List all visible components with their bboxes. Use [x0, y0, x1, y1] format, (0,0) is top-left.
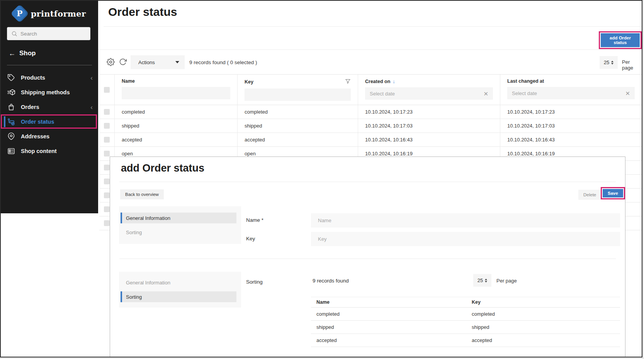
- sorting-table: Name Key completed completed shipped shi…: [311, 297, 620, 347]
- row-checkbox[interactable]: [104, 220, 110, 226]
- created-on-date-input[interactable]: [370, 91, 483, 97]
- refresh-icon[interactable]: [119, 58, 127, 66]
- sidebar-item-shipping-methods[interactable]: Shipping methods: [1, 85, 98, 100]
- cell-key: completed: [466, 311, 620, 317]
- back-to-overview-button[interactable]: Back to overview: [120, 189, 164, 199]
- name-filter-input[interactable]: [122, 87, 230, 99]
- per-page-select[interactable]: 25: [600, 56, 618, 69]
- key-field-input[interactable]: [311, 232, 620, 246]
- select-all-checkbox[interactable]: [104, 87, 110, 93]
- chevron-left-icon: ‹: [90, 75, 93, 81]
- sidebar-item-shop-content[interactable]: Shop content: [1, 144, 98, 158]
- sorting-table-row[interactable]: completed completed: [311, 308, 620, 321]
- clear-date-icon[interactable]: ✕: [483, 91, 488, 97]
- sort-descending-icon[interactable]: ↓: [393, 78, 395, 84]
- search-icon: [11, 31, 17, 37]
- created-on-date-filter: ✕: [365, 87, 493, 100]
- table-row[interactable]: completed completed 10.10.2024, 10:17:23…: [99, 105, 642, 119]
- sidebar-item-label: Order status: [21, 119, 54, 125]
- delete-button[interactable]: Delete: [578, 190, 601, 200]
- annotation-add-button-highlight: add Order status: [599, 31, 642, 49]
- cell-key: accepted: [466, 337, 620, 343]
- cell-name: completed: [115, 105, 238, 119]
- row-checkbox[interactable]: [104, 206, 110, 212]
- map-pin-icon: [7, 132, 15, 141]
- column-header-last-changed: Last changed at: [507, 78, 544, 84]
- printformer-logo-icon: P: [10, 4, 29, 23]
- last-changed-date-input[interactable]: [512, 90, 625, 96]
- row-checkbox[interactable]: [104, 137, 110, 143]
- actions-dropdown-label: Actions: [138, 60, 155, 65]
- column-header-key: Key: [466, 299, 620, 305]
- cell-last-changed: 10.10.2024, 10:16:43: [500, 133, 642, 146]
- app-window: P printformer ← Shop Products ‹ Shipping…: [0, 0, 642, 357]
- column-header-name: Name: [122, 78, 135, 84]
- nav-item-sorting[interactable]: Sorting: [121, 291, 236, 302]
- sidebar-section-label: Shop: [19, 49, 36, 57]
- sidebar-item-products[interactable]: Products ‹: [1, 70, 98, 85]
- add-order-status-button[interactable]: add Order status: [601, 33, 640, 47]
- sidebar-nav: Products ‹ Shipping methods Orders ‹ Ord…: [1, 70, 98, 158]
- modal-title-divider: [119, 182, 616, 182]
- row-checkbox[interactable]: [104, 151, 110, 157]
- shipping-icon: [7, 88, 15, 97]
- per-page-value: 25: [477, 277, 483, 283]
- per-page-label: Per page: [496, 278, 517, 284]
- tag-icon: [7, 73, 15, 82]
- gear-icon[interactable]: [107, 58, 115, 66]
- cell-name: shipped: [115, 119, 238, 133]
- sorting-table-row[interactable]: shipped shipped: [311, 321, 620, 334]
- actions-dropdown[interactable]: Actions: [131, 55, 185, 69]
- cell-last-changed: 10.10.2024, 10:17:03: [500, 119, 642, 133]
- cell-last-changed: 10.10.2024, 10:17:23: [500, 105, 642, 119]
- filter-funnel-icon[interactable]: [345, 78, 351, 85]
- sidebar-item-orders[interactable]: Orders ‹: [1, 100, 98, 114]
- column-header-created-on: Created on: [365, 79, 390, 84]
- table-row[interactable]: accepted accepted 10.10.2024, 10:16:43 1…: [99, 133, 642, 147]
- sidebar-back-shop[interactable]: ← Shop: [8, 48, 36, 59]
- page-title: Order status: [108, 5, 177, 19]
- shopping-bag-icon: [7, 103, 15, 111]
- nav-item-sorting[interactable]: Sorting: [121, 227, 236, 238]
- cell-key: shipped: [238, 119, 358, 133]
- modal-title: add Order status: [121, 162, 204, 174]
- search-input[interactable]: [20, 31, 86, 37]
- save-button[interactable]: Save: [603, 189, 623, 197]
- table-row[interactable]: shipped shipped 10.10.2024, 10:17:03 10.…: [99, 119, 642, 133]
- sidebar-item-label: Addresses: [21, 133, 49, 140]
- cell-name: shipped: [311, 324, 466, 330]
- list-toolbar: Actions 9 records found ( 0 selected ) 2…: [98, 55, 640, 70]
- row-checkbox[interactable]: [104, 109, 110, 115]
- sidebar-item-label: Orders: [21, 104, 39, 110]
- nav-item-general-information[interactable]: General Information: [121, 277, 236, 288]
- stepper-icon: [611, 61, 613, 65]
- sidebar-item-label: Shipping methods: [21, 89, 70, 95]
- name-field-input[interactable]: [311, 213, 620, 228]
- sorting-per-page-select[interactable]: 25: [473, 274, 491, 287]
- sorting-section-nav: General Information Sorting: [119, 272, 241, 308]
- row-checkbox[interactable]: [104, 192, 110, 198]
- column-header-key: Key: [245, 79, 253, 85]
- records-summary: 9 records found ( 0 selected ): [189, 55, 257, 70]
- row-checkbox[interactable]: [104, 165, 110, 170]
- brand-logo[interactable]: P printformer: [1, 5, 98, 22]
- sorting-table-row[interactable]: accepted accepted: [311, 334, 620, 347]
- sidebar-item-addresses[interactable]: Addresses: [1, 129, 98, 144]
- row-checkbox[interactable]: [104, 179, 110, 184]
- cell-created-on: 10.10.2024, 10:17:23: [358, 105, 500, 119]
- modal-section-divider: [119, 259, 616, 259]
- stepper-icon: [485, 279, 487, 282]
- sorting-records-summary: 9 records found: [313, 278, 349, 284]
- row-checkbox[interactable]: [104, 123, 110, 129]
- header-divider: [104, 26, 642, 27]
- name-field-label: Name *: [246, 217, 263, 223]
- add-order-status-modal: add Order status Back to overview Delete…: [110, 157, 625, 357]
- key-filter-input[interactable]: [245, 88, 351, 101]
- sidebar-item-order-status[interactable]: Order status: [1, 114, 98, 129]
- nav-item-general-information[interactable]: General Information: [121, 213, 236, 223]
- general-section-nav: General Information Sorting: [119, 206, 241, 244]
- clear-date-icon[interactable]: ✕: [625, 90, 630, 96]
- sorting-label: Sorting: [246, 279, 263, 285]
- sidebar-item-label: Shop content: [21, 148, 57, 154]
- chevron-down-icon: [175, 61, 179, 63]
